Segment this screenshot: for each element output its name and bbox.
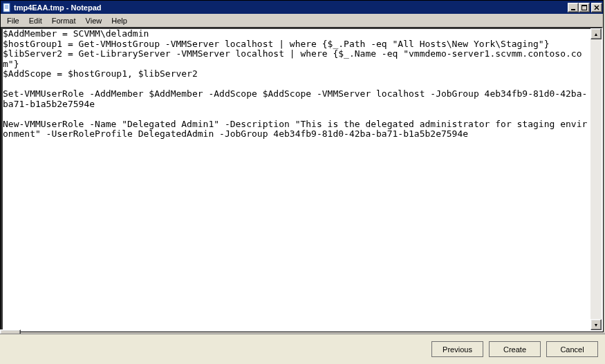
window-controls xyxy=(568,3,603,12)
maximize-button[interactable] xyxy=(579,3,590,12)
editor-area: $AddMember = SCVMM\deladmin $hostGroup1 … xyxy=(1,27,603,332)
title-bar[interactable]: tmp4EAA.tmp - Notepad xyxy=(1,1,603,14)
svg-rect-4 xyxy=(571,9,575,10)
menu-bar: File Edit Format View Help xyxy=(1,14,603,27)
scroll-down-button[interactable]: ▼ xyxy=(590,319,602,330)
menu-edit[interactable]: Edit xyxy=(24,15,47,26)
wizard-footer: Previous Create Cancel xyxy=(0,334,605,364)
cancel-button[interactable]: Cancel xyxy=(546,341,598,357)
scroll-up-button[interactable]: ▲ xyxy=(590,28,602,39)
previous-button[interactable]: Previous xyxy=(431,341,483,357)
svg-rect-6 xyxy=(581,5,587,6)
menu-file[interactable]: File xyxy=(2,15,24,26)
editor-text[interactable]: $AddMember = SCVMM\deladmin $hostGroup1 … xyxy=(2,28,590,330)
notepad-icon xyxy=(2,3,12,12)
menu-help[interactable]: Help xyxy=(106,15,132,26)
svg-rect-0 xyxy=(3,3,10,12)
notepad-window: tmp4EAA.tmp - Notepad File Edit Format V… xyxy=(0,0,604,332)
scroll-track[interactable] xyxy=(590,39,602,319)
minimize-button[interactable] xyxy=(568,3,579,12)
create-button[interactable]: Create xyxy=(489,341,541,357)
menu-format[interactable]: Format xyxy=(47,15,81,26)
vertical-scrollbar[interactable]: ▲ ▼ xyxy=(590,28,602,330)
menu-view[interactable]: View xyxy=(81,15,107,26)
window-title: tmp4EAA.tmp - Notepad xyxy=(14,3,568,12)
close-button[interactable] xyxy=(591,3,602,12)
